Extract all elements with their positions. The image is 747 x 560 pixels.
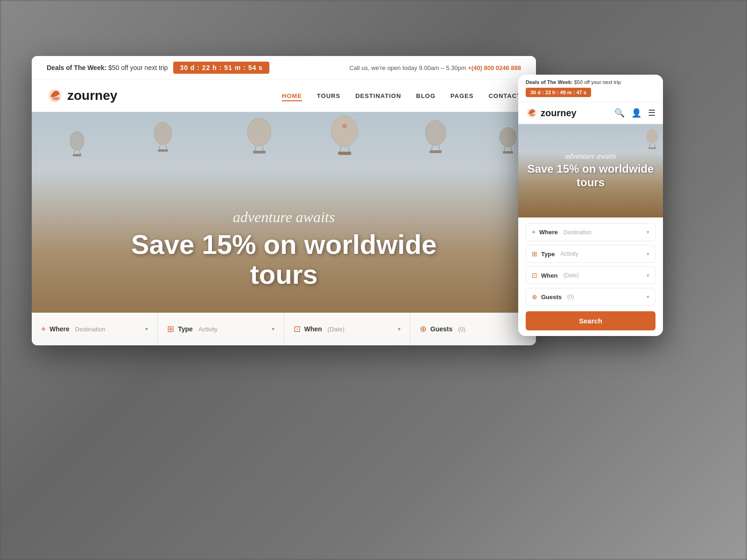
svg-line-1 — [74, 150, 75, 154]
mobile-logo: zourney — [526, 107, 577, 119]
svg-line-19 — [439, 146, 440, 150]
mobile-topbar: Deals of The Week: $50 off your next tri… — [518, 75, 663, 102]
guests-icon: ⊕ — [420, 324, 427, 334]
svg-line-10 — [262, 146, 263, 151]
nav-blog[interactable]: BLOG — [416, 91, 436, 100]
type-icon: ⊞ — [167, 324, 174, 334]
calendar-icon: ⊡ — [294, 324, 301, 334]
mobile-deals-text: Deals of The Week: $50 off your next tri… — [526, 79, 655, 85]
mobile-hero-text: adventure awaits Save 15% on worldwide t… — [520, 145, 662, 197]
svg-point-21 — [500, 127, 516, 147]
when-value: (Date) — [328, 326, 345, 333]
mobile-navbar: zourney 🔍 👤 ☰ — [518, 102, 663, 124]
svg-line-13 — [340, 147, 341, 152]
nav-contact-link[interactable]: CONTACT — [488, 92, 521, 99]
hero-title: Save 15% on worldwide tours — [120, 230, 447, 289]
type-field[interactable]: ⊞ Type Activity ▾ — [158, 313, 284, 345]
balloon-3 — [247, 117, 272, 156]
mobile-logo-text: zourney — [541, 108, 577, 119]
logo-text: zourney — [67, 88, 117, 103]
guests-field[interactable]: ⊕ Guests (0) ▾ — [410, 313, 536, 345]
desktop-topbar: Deals of The Week: $50 off your next tri… — [32, 56, 536, 80]
where-label: Where — [49, 325, 70, 333]
nav-blog-link[interactable]: BLOG — [416, 92, 436, 99]
nav-home[interactable]: HOME — [282, 91, 302, 100]
svg-line-14 — [348, 147, 349, 152]
mobile-guests-icon: ⊕ — [532, 293, 537, 301]
mobile-hero-title: Save 15% on worldwide tours — [528, 162, 654, 189]
countdown-badge: 30 d : 22 h : 51 m : 54 s — [173, 62, 269, 74]
guests-label: Guests — [430, 325, 452, 333]
mobile-logo-icon — [526, 107, 538, 119]
mobile-where-field[interactable]: ⌖ Where Destination ▾ — [526, 223, 655, 241]
mobile-type-field[interactable]: ⊞ Type Activity ▾ — [526, 245, 655, 263]
svg-line-6 — [166, 145, 167, 149]
balloon-1 — [69, 131, 85, 158]
desktop-mockup: Deals of The Week: $50 off your next tri… — [32, 56, 536, 345]
when-label: When — [304, 325, 322, 333]
svg-line-2 — [79, 150, 80, 154]
type-arrow: ▾ — [272, 326, 275, 332]
logo-icon — [47, 87, 63, 104]
svg-rect-20 — [430, 150, 442, 153]
svg-line-26 — [649, 144, 650, 147]
mobile-mockup: Deals of The Week: $50 off your next tri… — [518, 75, 663, 336]
mobile-when-label: When — [541, 272, 557, 279]
mobile-guests-field[interactable]: ⊕ Guests (0) ▾ — [526, 288, 655, 306]
balloon-4 — [331, 114, 359, 158]
type-value: Activity — [198, 326, 218, 333]
where-field[interactable]: ⌖ Where Destination ▾ — [32, 313, 158, 345]
mobile-search-panel: ⌖ Where Destination ▾ ⊞ Type Activity ▾ … — [518, 217, 663, 336]
svg-line-9 — [255, 146, 256, 151]
guests-value: (0) — [458, 326, 465, 333]
mobile-type-value: Activity — [560, 251, 578, 257]
balloon-6 — [499, 126, 517, 156]
where-icon: ⌖ — [41, 324, 46, 334]
mobile-where-value: Destination — [564, 229, 592, 236]
nav-contact[interactable]: CONTACT — [488, 91, 521, 100]
svg-rect-3 — [73, 154, 81, 156]
mobile-where-label: Where — [539, 229, 558, 236]
svg-line-27 — [655, 144, 655, 147]
mobile-search-button[interactable]: Search — [526, 311, 655, 330]
nav-tours[interactable]: TOURS — [317, 91, 340, 100]
mobile-search-icon[interactable]: 🔍 — [614, 108, 625, 118]
type-label: Type — [178, 325, 193, 333]
mobile-user-icon[interactable]: 👤 — [631, 108, 641, 118]
nav-destination[interactable]: DESTINATION — [355, 91, 401, 100]
svg-rect-7 — [158, 149, 168, 152]
mobile-when-field[interactable]: ⊡ When (Date) ▾ — [526, 266, 655, 284]
mobile-countdown: 30 d : 22 h : 49 m : 47 s — [526, 88, 591, 97]
nav-destination-link[interactable]: DESTINATION — [355, 92, 401, 99]
svg-line-22 — [504, 147, 505, 151]
hero-subtitle: adventure awaits — [120, 209, 447, 226]
svg-point-25 — [646, 129, 658, 144]
mobile-guests-arrow: ▾ — [647, 294, 649, 300]
svg-point-12 — [331, 116, 358, 147]
mobile-menu-icon[interactable]: ☰ — [648, 108, 655, 118]
where-arrow: ▾ — [145, 326, 148, 332]
svg-rect-24 — [503, 151, 513, 154]
mobile-type-arrow: ▾ — [647, 251, 649, 257]
hero-text-block: adventure awaits Save 15% on worldwide t… — [120, 209, 447, 289]
when-field[interactable]: ⊡ When (Date) ▾ — [284, 313, 410, 345]
mobile-hero-subtitle: adventure awaits — [528, 152, 654, 161]
nav-home-link[interactable]: HOME — [282, 92, 302, 101]
desktop-hero: adventure awaits Save 15% on worldwide t… — [32, 112, 536, 345]
nav-pages-link[interactable]: PAGES — [451, 92, 474, 99]
when-arrow: ▾ — [398, 326, 401, 332]
search-bar: ⌖ Where Destination ▾ ⊞ Type Activity ▾ … — [32, 313, 536, 345]
balloon-5 — [424, 119, 447, 156]
nav-tours-link[interactable]: TOURS — [317, 92, 340, 99]
balloon-2 — [153, 121, 173, 154]
svg-rect-15 — [338, 152, 351, 155]
mobile-calendar-icon: ⊡ — [532, 272, 537, 279]
svg-rect-11 — [253, 151, 266, 154]
svg-point-8 — [247, 118, 271, 146]
topbar-left: Deals of The Week: $50 off your next tri… — [47, 62, 269, 74]
svg-line-23 — [511, 147, 512, 151]
nav-pages[interactable]: PAGES — [451, 91, 474, 100]
svg-line-5 — [159, 145, 160, 149]
mobile-where-arrow: ▾ — [647, 229, 649, 235]
mobile-hero: adventure awaits Save 15% on worldwide t… — [518, 124, 663, 217]
